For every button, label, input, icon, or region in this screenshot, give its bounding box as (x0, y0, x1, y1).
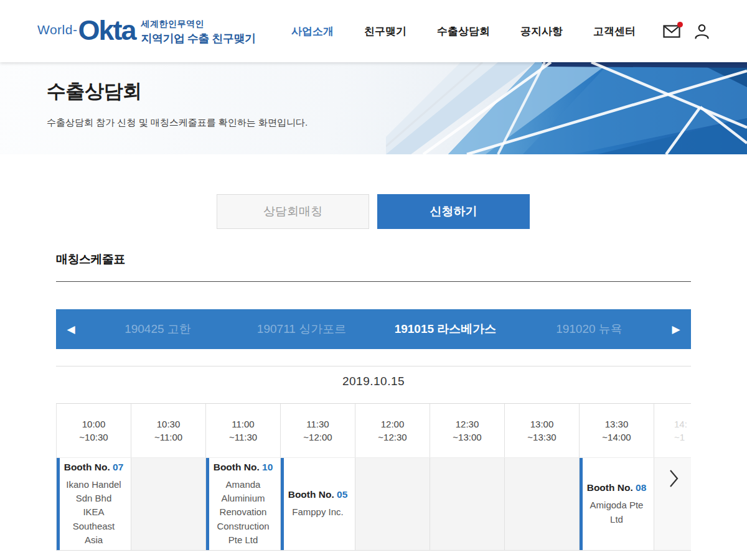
booth-slot-10[interactable]: Booth No. 10 Amanda Aluminium Renovation… (206, 458, 281, 551)
company-name: Amanda Aluminium Renovation Construction… (206, 478, 280, 546)
site-logo[interactable]: World- Okta 세계한인무역인 지역기업 수출 친구맺기 (37, 16, 256, 46)
top-header: World- Okta 세계한인무역인 지역기업 수출 친구맺기 사업소개 친구… (0, 0, 747, 62)
main-nav: 사업소개 친구맺기 수출상담회 공지사항 고객센터 (291, 24, 636, 39)
user-icon[interactable] (694, 24, 710, 39)
tab-190711-singapore[interactable]: 190711 싱가포르 (230, 321, 374, 337)
logo-tagline: 세계한인무역인 지역기업 수출 친구맺기 (141, 19, 256, 46)
event-tab-bar: ◀ 190425 고한 190711 싱가포르 191015 라스베가스 191… (56, 309, 691, 349)
booth-number: 08 (636, 482, 646, 493)
time-col-1100: 11:00 ~11:30 (206, 404, 281, 457)
next-slots-chevron-icon[interactable] (669, 469, 679, 488)
company-name: Famppy Inc. (284, 505, 351, 519)
logo-tagline-line1: 세계한인무역인 (141, 19, 256, 30)
booth-number: 07 (113, 462, 123, 472)
time-col-1330: 13:30 ~14:00 (580, 404, 654, 457)
tab-191015-lasvegas[interactable]: 191015 라스베가스 (374, 321, 517, 337)
next-tab-arrow-icon[interactable]: ▶ (661, 323, 691, 336)
consultation-matching-button[interactable]: 상담회매칭 (217, 194, 369, 229)
time-header-row: 10:00 ~10:30 10:30 ~11:00 11:00 ~11:30 1… (57, 404, 691, 458)
booth-number: 10 (262, 462, 273, 472)
time-col-1030: 10:30 ~11:00 (131, 404, 206, 457)
time-col-1300: 13:00 ~13:30 (505, 404, 580, 457)
booth-row: Booth No. 07 Ikano Handel Sdn Bhd IKEA S… (57, 458, 691, 551)
logo-tagline-line2: 지역기업 수출 친구맺기 (141, 31, 256, 46)
logo-okta-text: Okta (78, 17, 135, 44)
booth-accent-bar (281, 458, 284, 551)
booth-slot-05[interactable]: Booth No. 05 Famppy Inc. (281, 458, 355, 551)
empty-slot (505, 458, 580, 551)
time-col-1400-partial: 14: ~1 (654, 404, 691, 457)
empty-slot (131, 458, 206, 551)
next-slots-cell (654, 458, 691, 551)
header-icon-group (663, 24, 710, 39)
nav-item-friend-making[interactable]: 친구맺기 (364, 24, 406, 39)
tab-191020-newyork[interactable]: 191020 뉴욕 (517, 321, 661, 337)
schedule-table: 10:00 ~10:30 10:30 ~11:00 11:00 ~11:30 1… (56, 403, 691, 551)
page-subtitle: 수출상담회 참가 신청 및 매칭스케줄표를 확인하는 화면입니다. (47, 117, 308, 129)
booth-accent-bar (580, 458, 583, 551)
booth-accent-bar (57, 458, 60, 551)
schedule-section-title: 매칭스케줄표 (56, 251, 125, 268)
page-title: 수출상담회 (47, 78, 142, 105)
prev-tab-arrow-icon[interactable]: ◀ (56, 323, 86, 336)
date-divider (56, 366, 691, 366)
booth-number: 05 (337, 489, 347, 500)
booth-slot-07[interactable]: Booth No. 07 Ikano Handel Sdn Bhd IKEA S… (57, 458, 131, 551)
tab-190425-gohan[interactable]: 190425 고한 (86, 321, 230, 337)
apply-button[interactable]: 신청하기 (377, 194, 530, 229)
nav-item-notices[interactable]: 공지사항 (520, 24, 563, 39)
logo-world-text: World- (37, 22, 77, 37)
notification-dot (677, 22, 683, 27)
mail-icon[interactable] (663, 24, 680, 38)
booth-slot-08[interactable]: Booth No. 08 Amigoda Pte Ltd (580, 458, 654, 551)
selected-date: 2019.10.15 (56, 375, 691, 388)
empty-slot (355, 458, 430, 551)
time-col-1000: 10:00 ~10:30 (57, 404, 131, 457)
hero-banner: 수출상담회 수출상담회 참가 신청 및 매칭스케줄표를 확인하는 화면입니다. (0, 62, 747, 154)
action-buttons: 상담회매칭 신청하기 (217, 194, 530, 229)
empty-slot (430, 458, 505, 551)
time-col-1200: 12:00 ~12:30 (355, 404, 430, 457)
nav-item-export-consultation[interactable]: 수출상담회 (437, 24, 490, 39)
company-name: Ikano Handel Sdn Bhd IKEA Southeast Asia (57, 478, 131, 546)
time-col-1230: 12:30 ~13:00 (430, 404, 505, 457)
section-divider (56, 281, 691, 282)
nav-item-customer-center[interactable]: 고객센터 (593, 24, 636, 39)
company-name: Amigoda Pte Ltd (580, 498, 654, 526)
hero-geometric-art (386, 62, 747, 154)
nav-item-business-intro[interactable]: 사업소개 (291, 24, 334, 39)
time-col-1130: 11:30 ~12:00 (281, 404, 355, 457)
booth-accent-bar (206, 458, 209, 551)
